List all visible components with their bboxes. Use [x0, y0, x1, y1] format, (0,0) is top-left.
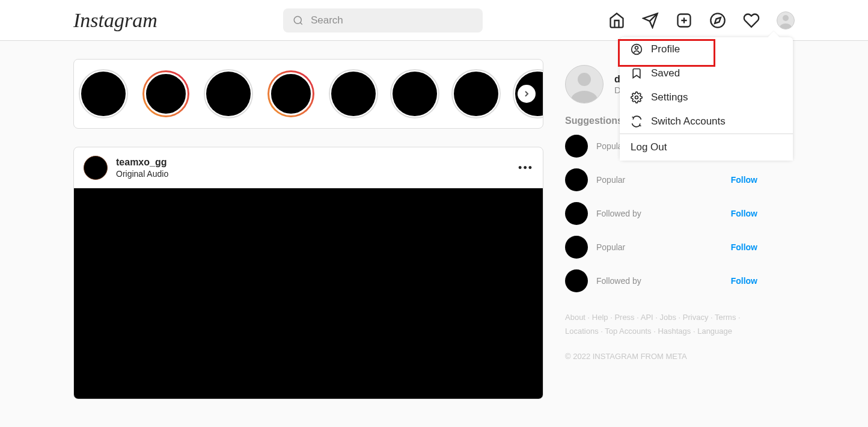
suggestion-row: Followed by Follow — [565, 202, 757, 225]
svg-point-11 — [635, 96, 638, 99]
suggestion-caption: Followed by — [596, 209, 731, 218]
suggestion-avatar[interactable] — [565, 135, 588, 158]
home-icon[interactable] — [608, 12, 625, 29]
profile-dropdown: Profile Saved Settings Switch Accounts L… — [620, 37, 793, 161]
post-header: teamxo_gg Original Audio ••• — [74, 147, 543, 188]
explore-icon[interactable] — [709, 12, 726, 29]
suggestion-caption: Popular — [596, 175, 731, 185]
story-item[interactable] — [206, 72, 251, 116]
post-more-button[interactable]: ••• — [518, 162, 533, 174]
follow-button[interactable]: Follow — [731, 209, 757, 218]
current-user-avatar[interactable] — [565, 65, 604, 103]
dropdown-logout-label: Log Out — [631, 141, 667, 153]
story-item[interactable] — [267, 70, 314, 117]
suggestion-avatar[interactable] — [565, 202, 588, 225]
dropdown-saved-label: Saved — [651, 67, 680, 79]
follow-button[interactable]: Follow — [731, 276, 757, 286]
stories-tray — [73, 59, 543, 129]
suggestion-avatar[interactable] — [565, 236, 588, 259]
search-box[interactable] — [283, 8, 483, 32]
footer-links[interactable]: About · Help · Press · API · Jobs · Priv… — [565, 310, 757, 339]
copyright: © 2022 INSTAGRAM FROM META — [565, 352, 757, 361]
search-input[interactable] — [311, 14, 473, 26]
profile-avatar-button[interactable] — [777, 11, 795, 29]
dropdown-item-switch[interactable]: Switch Accounts — [620, 109, 793, 134]
svg-line-1 — [300, 22, 302, 24]
follow-button[interactable]: Follow — [731, 242, 757, 252]
suggestion-caption: Popular — [596, 242, 731, 252]
suggestion-row: Popular Follow — [565, 168, 757, 191]
post-username[interactable]: teamxo_gg — [116, 157, 518, 168]
story-item[interactable] — [142, 70, 189, 117]
messages-icon[interactable] — [642, 12, 659, 29]
feed-column: teamxo_gg Original Audio ••• — [73, 59, 543, 399]
switch-icon — [631, 115, 643, 127]
suggestion-avatar[interactable] — [565, 168, 588, 191]
svg-point-0 — [294, 16, 301, 23]
suggestion-caption: Followed by — [596, 276, 731, 286]
header: Instagram — [0, 0, 868, 41]
dropdown-item-saved[interactable]: Saved — [620, 61, 793, 85]
story-item[interactable] — [393, 72, 437, 116]
post-card: teamxo_gg Original Audio ••• — [73, 147, 543, 399]
suggestion-row: Followed by Follow — [565, 269, 757, 292]
svg-marker-8 — [715, 17, 721, 23]
story-item[interactable] — [81, 72, 126, 116]
svg-point-7 — [711, 13, 724, 27]
stories-next-button[interactable] — [518, 85, 536, 103]
dropdown-item-profile[interactable]: Profile — [620, 37, 793, 61]
dropdown-switch-label: Switch Accounts — [651, 115, 726, 127]
dropdown-item-logout[interactable]: Log Out — [620, 134, 793, 161]
nav-icons — [608, 11, 795, 29]
story-item[interactable] — [331, 72, 376, 116]
dropdown-settings-label: Settings — [651, 91, 688, 103]
svg-point-10 — [635, 46, 638, 49]
dropdown-item-settings[interactable]: Settings — [620, 85, 793, 109]
post-avatar[interactable] — [84, 156, 108, 180]
profile-icon — [631, 43, 643, 55]
follow-button[interactable]: Follow — [731, 175, 757, 185]
saved-icon — [631, 67, 643, 79]
search-icon — [293, 15, 304, 26]
activity-icon[interactable] — [743, 12, 760, 29]
instagram-logo[interactable]: Instagram — [73, 9, 157, 32]
story-item[interactable] — [454, 72, 498, 116]
new-post-icon[interactable] — [676, 12, 692, 29]
post-audio-label[interactable]: Original Audio — [116, 169, 518, 179]
suggestion-row: Popular Follow — [565, 236, 757, 259]
chevron-right-icon — [522, 89, 531, 99]
post-media[interactable] — [74, 188, 543, 399]
dropdown-profile-label: Profile — [651, 43, 680, 55]
suggestion-avatar[interactable] — [565, 269, 588, 292]
settings-icon — [631, 91, 643, 103]
